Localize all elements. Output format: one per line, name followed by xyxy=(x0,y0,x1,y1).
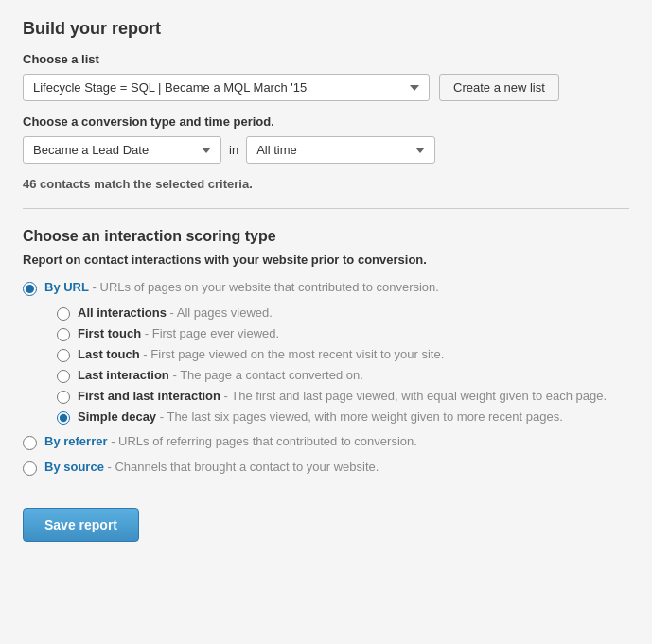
by-url-label-strong: By URL xyxy=(44,280,89,294)
by-referrer-option: By referrer - URLs of referring pages th… xyxy=(23,434,629,450)
first-last-interaction-radio[interactable] xyxy=(57,391,70,404)
all-interactions-radio[interactable] xyxy=(57,307,70,321)
by-url-desc: - URLs of pages on your website that con… xyxy=(93,280,439,294)
scoring-section-title: Choose an interaction scoring type xyxy=(23,228,629,245)
conversion-label: Choose a conversion type and time period… xyxy=(23,114,629,129)
by-source-radio[interactable] xyxy=(23,461,37,476)
by-url-option: By URL - URLs of pages on your website t… xyxy=(23,280,629,296)
last-interaction-label[interactable]: Last interaction - The page a contact co… xyxy=(78,368,363,382)
in-label: in xyxy=(229,143,238,157)
last-interaction-option: Last interaction - The page a contact co… xyxy=(57,368,629,383)
by-source-label-strong: By source xyxy=(44,460,104,474)
by-referrer-label[interactable]: By referrer - URLs of referring pages th… xyxy=(44,434,417,448)
simple-decay-label[interactable]: Simple decay - The last six pages viewed… xyxy=(78,409,563,424)
last-touch-label-strong: Last touch xyxy=(78,347,140,361)
simple-decay-label-strong: Simple decay xyxy=(78,409,156,424)
contacts-match-text: 46 contacts match the selected criteria. xyxy=(23,177,629,191)
all-interactions-label[interactable]: All interactions - All pages viewed. xyxy=(78,305,273,320)
first-touch-label-strong: First touch xyxy=(78,326,141,340)
last-touch-radio[interactable] xyxy=(57,349,70,362)
scoring-sub-label: Report on contact interactions with your… xyxy=(23,252,629,267)
first-touch-desc: - First page ever viewed. xyxy=(145,326,279,340)
section-divider xyxy=(23,208,629,209)
all-interactions-label-strong: All interactions xyxy=(78,305,167,320)
first-touch-radio[interactable] xyxy=(57,328,70,341)
by-source-desc: - Channels that brought a contact to you… xyxy=(108,460,379,474)
by-source-label[interactable]: By source - Channels that brought a cont… xyxy=(44,460,379,474)
by-source-option: By source - Channels that brought a cont… xyxy=(23,460,629,476)
choose-list-label: Choose a list xyxy=(23,52,629,66)
page-container: Build your report Choose a list Lifecycl… xyxy=(0,0,652,644)
simple-decay-desc: - The last six pages viewed, with more w… xyxy=(160,409,563,424)
create-list-button[interactable]: Create a new list xyxy=(439,74,559,101)
simple-decay-radio[interactable] xyxy=(57,411,70,425)
conversion-row: Became a Lead DateBecame a MQL DateBecam… xyxy=(23,136,629,164)
conversion-type-select[interactable]: Became a Lead DateBecame a MQL DateBecam… xyxy=(23,136,221,164)
last-touch-label[interactable]: Last touch - First page viewed on the mo… xyxy=(78,347,444,361)
scoring-options: By URL - URLs of pages on your website t… xyxy=(23,280,629,485)
first-last-interaction-desc: - The first and last page viewed, with e… xyxy=(224,389,607,403)
first-last-interaction-label[interactable]: First and last interaction - The first a… xyxy=(78,389,607,403)
first-last-interaction-label-strong: First and last interaction xyxy=(78,389,220,403)
last-interaction-desc: - The page a contact converted on. xyxy=(172,368,362,382)
by-url-label[interactable]: By URL - URLs of pages on your website t… xyxy=(44,280,439,294)
time-period-select[interactable]: All timeLast 30 daysLast 90 daysLast yea… xyxy=(246,136,435,164)
by-url-radio[interactable] xyxy=(23,282,37,296)
all-interactions-option: All interactions - All pages viewed. xyxy=(57,305,629,321)
last-touch-desc: - First page viewed on the most recent v… xyxy=(143,347,444,361)
page-title: Build your report xyxy=(23,19,629,39)
by-url-sub-options: All interactions - All pages viewed. Fir… xyxy=(57,305,629,425)
list-select[interactable]: Lifecycle Stage = SQL | Became a MQL Mar… xyxy=(23,74,430,101)
last-interaction-label-strong: Last interaction xyxy=(78,368,169,382)
simple-decay-option: Simple decay - The last six pages viewed… xyxy=(57,409,629,425)
last-touch-option: Last touch - First page viewed on the mo… xyxy=(57,347,629,362)
save-report-button[interactable]: Save report xyxy=(23,508,139,542)
last-interaction-radio[interactable] xyxy=(57,370,70,383)
first-touch-label[interactable]: First touch - First page ever viewed. xyxy=(78,326,279,340)
by-referrer-radio[interactable] xyxy=(23,436,37,450)
all-interactions-desc: - All pages viewed. xyxy=(170,305,273,320)
first-touch-option: First touch - First page ever viewed. xyxy=(57,326,629,341)
list-row: Lifecycle Stage = SQL | Became a MQL Mar… xyxy=(23,74,629,101)
by-referrer-desc: - URLs of referring pages that contribut… xyxy=(111,434,417,448)
by-referrer-label-strong: By referrer xyxy=(44,434,108,448)
first-last-interaction-option: First and last interaction - The first a… xyxy=(57,389,629,404)
